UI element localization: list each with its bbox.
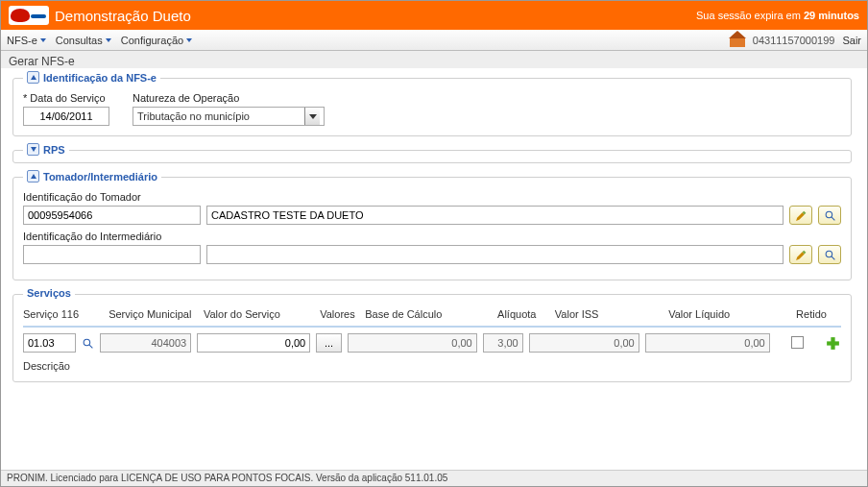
clear-tomador-button[interactable] (789, 206, 812, 225)
footer-status: PRONIM. Licenciado para LICENÇA DE USO P… (1, 470, 867, 486)
add-servico-button[interactable] (825, 334, 841, 352)
select-natureza[interactable]: Tributação no município (133, 107, 325, 126)
chevron-up-icon (31, 75, 36, 80)
menu-bar: NFS-e Consultas Configuração 04311157000… (1, 30, 867, 51)
label-ident-intermediario: Identificação do Intermediário (23, 231, 841, 242)
search-servico116-button[interactable] (82, 336, 94, 350)
menu-consultas[interactable]: Consultas (56, 35, 111, 46)
menu-nfse[interactable]: NFS-e (7, 35, 46, 46)
svg-line-5 (89, 345, 92, 348)
broom-icon (795, 209, 808, 222)
group-tomador-title: Tomador/Intermediário (43, 171, 157, 183)
group-servicos-title: Serviços (27, 287, 71, 299)
menu-configuracao[interactable]: Configuração (121, 35, 192, 46)
search-icon (82, 337, 94, 350)
menu-consultas-label: Consultas (56, 35, 103, 46)
label-ident-tomador: Identificação do Tomador (23, 191, 841, 203)
app-title: Demonstração Dueto (55, 8, 191, 24)
user-id: 04311157000199 (753, 35, 835, 46)
checkbox-retido[interactable] (791, 336, 804, 349)
svg-point-0 (826, 211, 832, 218)
input-data-servico[interactable] (23, 107, 109, 126)
search-icon (824, 209, 836, 222)
input-valor-liquido (645, 333, 770, 353)
input-base-calculo (348, 333, 477, 353)
collapse-toggle-rps[interactable] (27, 143, 39, 156)
input-servico116[interactable] (23, 333, 76, 353)
clear-intermediario-button[interactable] (789, 245, 812, 264)
chevron-up-icon (31, 174, 36, 179)
search-intermediario-button[interactable] (818, 245, 841, 264)
col-retido: Retido (796, 308, 841, 320)
menu-config-label: Configuração (121, 35, 183, 46)
session-expiry: Sua sessão expira em 29 minutos (696, 10, 859, 21)
svg-point-4 (84, 339, 90, 346)
plus-icon (825, 335, 841, 352)
svg-line-3 (832, 256, 834, 259)
session-prefix: Sua sessão expira em (696, 10, 804, 21)
group-rps-title: RPS (43, 144, 65, 156)
home-icon[interactable] (730, 34, 745, 47)
group-identificacao: Identificação da NFS-e * Data do Serviço… (12, 78, 852, 136)
app-logo (9, 6, 49, 25)
col-servico116: Serviço 116 (23, 308, 84, 320)
col-valor-liquido: Valor Líquido (668, 308, 790, 320)
svg-rect-7 (827, 341, 839, 345)
chevron-down-icon (304, 108, 320, 125)
input-aliquota (483, 333, 523, 353)
label-descricao: Descrição (23, 360, 841, 372)
collapse-toggle-tomador[interactable] (27, 170, 39, 183)
collapse-toggle-identificacao[interactable] (27, 71, 39, 84)
chevron-down-icon (106, 38, 111, 42)
input-intermediario-id[interactable] (23, 245, 201, 264)
chevron-down-icon (31, 147, 36, 152)
logout-link[interactable]: Sair (842, 35, 861, 46)
label-natureza: Natureza de Operação (133, 92, 325, 104)
input-valor-servico[interactable] (197, 333, 310, 353)
group-identificacao-title: Identificação da NFS-e (43, 72, 157, 84)
content-scroll[interactable]: Identificação da NFS-e * Data do Serviço… (1, 68, 867, 470)
input-servico-municipal (100, 333, 191, 353)
label-data-servico: * Data do Serviço (23, 92, 109, 104)
app-header: Demonstração Dueto Sua sessão expira em … (1, 1, 867, 30)
valores-dialog-button[interactable] (316, 333, 342, 353)
input-tomador-id[interactable] (23, 206, 201, 225)
col-aliquota: Alíquota (497, 308, 549, 320)
services-header-row: Serviço 116 Serviço Municipal Valor do S… (23, 308, 841, 328)
col-valor-servico: Valor do Serviço (204, 308, 314, 320)
group-rps: RPS (12, 150, 852, 163)
input-valor-iss (529, 333, 639, 353)
col-valor-iss: Valor ISS (555, 308, 663, 320)
session-time: 29 minutos (804, 10, 859, 21)
input-tomador-nome[interactable] (206, 206, 784, 225)
col-base-calculo: Base de Cálculo (365, 308, 492, 320)
menu-nfse-label: NFS-e (7, 35, 37, 46)
chevron-down-icon (186, 38, 192, 42)
svg-line-1 (832, 217, 834, 220)
chevron-down-icon (40, 38, 46, 42)
group-tomador: Tomador/Intermediário Identificação do T… (12, 177, 852, 280)
col-servico-municipal: Serviço Municipal (108, 308, 198, 320)
broom-icon (795, 249, 808, 261)
search-tomador-button[interactable] (818, 206, 841, 225)
select-natureza-value: Tributação no município (137, 110, 304, 122)
services-row (23, 333, 841, 353)
group-servicos: Serviços Serviço 116 Serviço Municipal V… (12, 294, 852, 382)
col-valores: Valores (320, 308, 359, 320)
input-intermediario-nome[interactable] (206, 245, 784, 264)
svg-point-2 (826, 251, 832, 257)
search-icon (824, 249, 836, 261)
